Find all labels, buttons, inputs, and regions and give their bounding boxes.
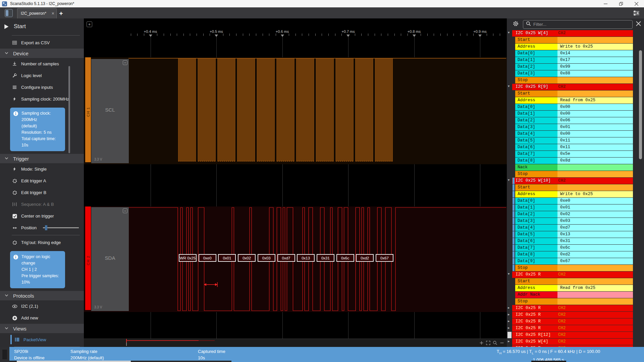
packet-field-row[interactable]: Data[4] 0xd7 xyxy=(507,225,644,231)
packet-field-row[interactable]: Address Write to 0x25 xyxy=(507,44,644,50)
packet-field-row[interactable]: Stop xyxy=(507,77,644,83)
preferences-sliders-icon[interactable] xyxy=(633,10,640,17)
sidebar-item-mode-single[interactable]: Mode: Single xyxy=(0,163,84,175)
minimize-button[interactable] xyxy=(598,0,613,7)
expand-arrow-icon[interactable]: ▶ xyxy=(508,313,509,316)
expand-arrow-icon[interactable]: ▶ xyxy=(508,319,509,323)
packet-field-row[interactable]: Stop xyxy=(507,265,644,271)
packet-row[interactable]: ▶ I2C 0x25 R CH2 xyxy=(507,312,644,318)
sidebar-item-logic-level[interactable]: Logic level xyxy=(0,70,84,81)
packet-field-row[interactable]: Data[0] 0xe0 xyxy=(507,198,644,204)
zoom-search-icon[interactable] xyxy=(493,341,497,347)
packet-row[interactable]: ▼ I2C 0x25 R[9] CH2 xyxy=(507,84,644,90)
packet-row[interactable]: ▶ I2C 0x25 R CH2 xyxy=(507,325,644,331)
expand-arrow-icon[interactable]: ▶ xyxy=(508,340,509,343)
packet-field-row[interactable]: Start xyxy=(507,90,644,97)
packet-field-row[interactable]: Data[3] 0x01 xyxy=(507,124,644,130)
packet-field-row[interactable]: Addr Nack xyxy=(507,292,644,298)
packet-field-row[interactable]: Address Write to 0x25 xyxy=(507,191,644,197)
capture-overview-bar[interactable] xyxy=(84,339,507,347)
packet-field-row[interactable]: Data[7] 0x6c xyxy=(507,245,644,251)
packet-field-row[interactable]: Data[1] 0x01 xyxy=(507,204,644,211)
packet-field-row[interactable]: Data[8] 0x8d xyxy=(507,158,644,164)
ch2-color-bar[interactable]: CH 2 xyxy=(85,206,91,310)
packet-field-row[interactable]: Address Read from 0x25 xyxy=(507,285,644,291)
sidebar-scrollbar[interactable] xyxy=(68,66,70,153)
filter-text-field[interactable] xyxy=(533,22,624,27)
sidebar-item-add-new[interactable]: Add new xyxy=(0,312,84,324)
packet-field-row[interactable]: Data[0] 0x00 xyxy=(507,104,644,110)
sidebar-item-sequence-a-b[interactable]: Sequence: A & B xyxy=(0,198,84,210)
sidebar-item-edit-trigger-b[interactable]: Edit trigger B xyxy=(0,187,84,198)
packet-settings-gear-icon[interactable] xyxy=(513,20,519,28)
packet-field-row[interactable]: Data[1] 0x17 xyxy=(507,57,644,63)
packet-field-row[interactable]: Data[3] 0x88 xyxy=(507,70,644,77)
sidebar-item-trig-out-rising-edge[interactable]: Trig'out: Rising edge xyxy=(0,237,84,248)
packet-row[interactable]: ▼ I2C 0x25 W[10] CH2 xyxy=(507,178,644,184)
add-tab-button[interactable]: + xyxy=(58,10,64,17)
packet-field-row[interactable]: Stop xyxy=(507,171,644,177)
packet-field-row[interactable]: Data[6] 0x31 xyxy=(507,238,644,244)
packet-row[interactable]: ▶ I2C 0x25 W[4] CH2 xyxy=(507,339,644,345)
packet-field-row[interactable]: Stop xyxy=(507,298,644,305)
packet-field-row[interactable]: Data[9] 0x67 xyxy=(507,258,644,264)
packet-field-row[interactable]: Start xyxy=(507,37,644,43)
collapse-arrow-icon[interactable]: ▼ xyxy=(508,85,509,88)
packet-field-row[interactable]: Data[5] 0x13 xyxy=(507,231,644,238)
packet-field-row[interactable]: Data[1] 0x00 xyxy=(507,111,644,117)
tab-close-icon[interactable]: × xyxy=(52,11,54,16)
packet-row[interactable]: I2C 0x25 R[12] CH2 xyxy=(507,332,644,338)
sidebar-item-position[interactable]: Position xyxy=(0,222,84,234)
sidebar-item-sampling-clock-200mhz[interactable]: Sampling clock: 200MHz xyxy=(0,93,84,105)
collapse-arrow-icon[interactable]: ▼ xyxy=(508,31,509,35)
packet-field-row[interactable]: Data[2] 0x06 xyxy=(507,117,644,124)
sidebar-item-edit-trigger-a[interactable]: Edit trigger A xyxy=(0,175,84,187)
zoom-out-icon[interactable] xyxy=(500,341,504,347)
packet-row[interactable]: ▼ I2C 0x25 R CH2 xyxy=(507,272,644,278)
sidebar-item-i2c-2-1[interactable]: I2C (2,1) xyxy=(0,300,84,312)
sidebar-item-configure-inputs[interactable]: Configure inputs xyxy=(0,81,84,93)
packet-field-row[interactable]: Nack xyxy=(507,164,644,171)
close-button[interactable] xyxy=(629,0,644,7)
collapse-arrow-icon[interactable]: ▼ xyxy=(508,179,509,182)
collapse-arrow-icon[interactable]: ▼ xyxy=(508,273,509,276)
packet-row[interactable]: ▶ I2C 0x25 R CH2 xyxy=(507,318,644,325)
sidebar-item-start[interactable]: Start xyxy=(0,19,84,34)
section-header-views[interactable]: Views xyxy=(0,324,84,333)
expand-arrow-icon[interactable]: ▶ xyxy=(508,306,509,310)
collapse-sda-icon[interactable]: − xyxy=(123,208,127,213)
packet-field-row[interactable]: Start xyxy=(507,184,644,191)
packet-field-row[interactable]: Data[4] 0x00 xyxy=(507,131,644,137)
packet-field-row[interactable]: Data[7] 0x5e xyxy=(507,151,644,157)
slider-thumb[interactable] xyxy=(45,225,47,230)
packet-field-row[interactable]: Data[5] 0x11 xyxy=(507,137,644,144)
sidebar-item-number-of-samples[interactable]: Number of samples xyxy=(0,58,84,70)
panel-toggle-icon[interactable] xyxy=(5,9,13,17)
ch1-color-bar[interactable]: CH 1 xyxy=(85,57,91,162)
packet-field-row[interactable]: Start xyxy=(507,278,644,285)
sidebar-item-export-as-csv[interactable]: Export as CSV xyxy=(0,37,84,49)
packet-row[interactable]: ▶ I2C 0x25 R CH2 xyxy=(507,305,644,311)
packet-field-row[interactable]: Data[3] 0x03 xyxy=(507,218,644,224)
packet-field-row[interactable]: Address Read from 0x25 xyxy=(507,97,644,104)
packet-list-scrollbar[interactable] xyxy=(639,50,642,159)
sidebar-item-center-on-trigger[interactable]: Center on trigger xyxy=(0,210,84,222)
section-header-device[interactable]: Device xyxy=(0,49,84,58)
section-header-trigger[interactable]: Trigger xyxy=(0,154,84,163)
panel-close-icon[interactable] xyxy=(636,21,641,28)
sidebar-item-packetview[interactable]: PacketView xyxy=(0,333,84,346)
packet-field-row[interactable]: Data[2] 0x02 xyxy=(507,211,644,218)
scl-channel-header[interactable]: − SCL 3.3 V xyxy=(91,59,129,163)
collapse-scl-icon[interactable]: − xyxy=(123,60,127,65)
zoom-in-icon[interactable] xyxy=(479,341,484,347)
restore-button[interactable] xyxy=(613,0,629,7)
fit-view-icon[interactable] xyxy=(486,341,490,347)
sda-channel-header[interactable]: − SDA 3.3 V xyxy=(91,207,129,311)
packet-row[interactable]: ▼ I2C 0x25 W[4] CH2 xyxy=(507,30,644,37)
section-header-protocols[interactable]: Protocols xyxy=(0,291,84,300)
filter-input[interactable] xyxy=(523,20,633,29)
packet-field-row[interactable]: Data[2] 0x99 xyxy=(507,64,644,70)
packet-field-row[interactable]: Data[8] 0xd2 xyxy=(507,251,644,258)
tab-i2c-poweron[interactable]: I2C_poweron* × xyxy=(17,8,57,18)
packet-field-row[interactable]: Data[0] 0x14 xyxy=(507,50,644,57)
